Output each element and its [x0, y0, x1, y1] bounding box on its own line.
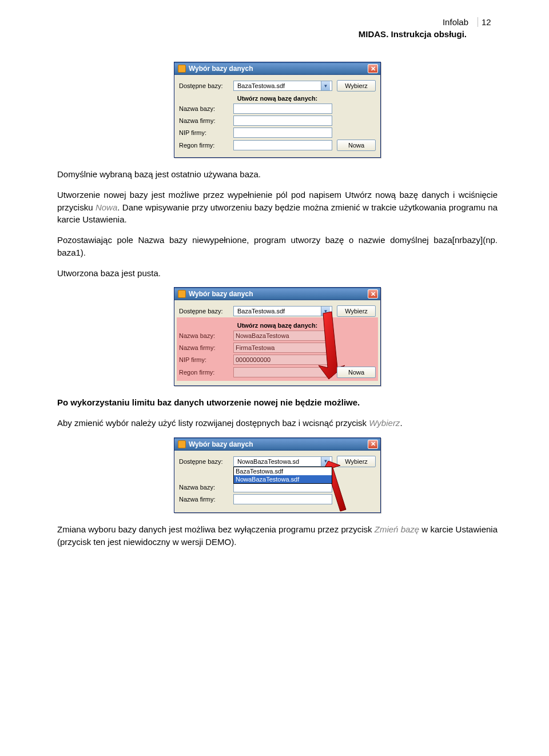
page-number: 12 — [482, 17, 498, 27]
wybierz-ref: Wybierz — [369, 418, 400, 428]
dropdown-item[interactable]: BazaTestowa.sdf — [234, 467, 332, 475]
company-name-label: Nazwa firmy: — [179, 344, 233, 351]
dialog-select-database-1: Wybór bazy danych ✕ Dostępne bazy: BazaT… — [174, 62, 381, 158]
new-button[interactable]: Nowa — [337, 367, 376, 378]
nip-input[interactable]: 0000000000 — [233, 355, 332, 365]
titlebar[interactable]: Wybór bazy danych ✕ — [174, 288, 380, 300]
zmien-baze-ref: Zmień bazę — [375, 524, 419, 534]
regon-label: Regon firmy: — [179, 369, 233, 376]
document-title: MIDAS. Instrukcja obsługi. — [57, 29, 498, 39]
close-icon[interactable]: ✕ — [368, 64, 378, 73]
chevron-down-icon[interactable]: ▼ — [321, 81, 330, 90]
combo-value: BazaTestowa.sdf — [236, 81, 321, 90]
titlebar[interactable]: Wybór bazy danych ✕ — [174, 438, 380, 451]
dialog-title: Wybór bazy danych — [189, 440, 368, 448]
header-company: Infolab — [57, 17, 474, 27]
db-name-label: Nazwa bazy: — [179, 332, 233, 339]
select-button[interactable]: Wybierz — [337, 305, 376, 317]
nip-input[interactable] — [233, 128, 332, 138]
close-icon[interactable]: ✕ — [368, 289, 378, 299]
available-databases-label: Dostępne bazy: — [179, 458, 233, 465]
nowa-ref: Nowa — [96, 202, 117, 212]
paragraph-change-db: Zmiana wyboru bazy danych jest możliwa b… — [57, 523, 498, 548]
close-icon[interactable]: ✕ — [368, 440, 378, 449]
chevron-down-icon[interactable]: ▼ — [321, 457, 330, 466]
new-button[interactable]: Nowa — [337, 140, 376, 151]
app-icon — [178, 65, 186, 73]
dialog-select-database-2: Wybór bazy danych ✕ Dostępne bazy: BazaT… — [174, 287, 381, 386]
paragraph-limit-warning: Po wykorzystaniu limitu baz danych utwor… — [57, 396, 498, 409]
paragraph-empty-db: Utworzona baza jest pusta. — [57, 267, 498, 280]
app-icon — [178, 440, 186, 448]
titlebar[interactable]: Wybór bazy danych ✕ — [174, 62, 380, 75]
company-name-input[interactable] — [233, 116, 332, 126]
paragraph-default-db: Domyślnie wybraną bazą jest ostatnio uży… — [57, 168, 498, 181]
available-databases-combo[interactable]: BazaTestowa.sdf ▼ — [233, 81, 332, 91]
create-section-header: Utwórz nową bazę danych: — [179, 322, 376, 329]
databases-dropdown-list[interactable]: BazaTestowa.sdf NowaBazaTestowa.sdf — [233, 467, 332, 484]
dialog-title: Wybór bazy danych — [189, 65, 368, 73]
available-databases-label: Dostępne bazy: — [179, 308, 233, 315]
paragraph-create-db: Utworzenie nowej bazy jest możliwe przez… — [57, 189, 498, 226]
create-section-header: Utwórz nową bazę danych: — [179, 95, 376, 102]
available-databases-combo[interactable]: BazaTestowa.sdf ▼ — [233, 306, 332, 316]
app-icon — [178, 290, 186, 298]
regon-input[interactable] — [233, 367, 332, 377]
db-name-input[interactable] — [233, 104, 332, 114]
available-databases-combo[interactable]: NowaBazaTestowa.sd ▼ — [233, 456, 332, 467]
dropdown-item-selected[interactable]: NowaBazaTestowa.sdf — [234, 475, 332, 483]
paragraph-default-name: Pozostawiając pole Nazwa bazy niewypełni… — [57, 234, 498, 259]
select-button[interactable]: Wybierz — [337, 456, 376, 467]
combo-value: NowaBazaTestowa.sd — [236, 457, 321, 466]
chevron-down-icon[interactable]: ▼ — [321, 307, 330, 316]
company-name-label: Nazwa firmy: — [179, 117, 233, 124]
company-name-input[interactable]: FirmaTestowa — [233, 343, 332, 353]
regon-label: Regon firmy: — [179, 142, 233, 149]
select-button[interactable]: Wybierz — [337, 80, 376, 91]
regon-input[interactable] — [233, 140, 332, 150]
nip-label: NIP firmy: — [179, 129, 233, 136]
combo-value: BazaTestowa.sdf — [236, 307, 321, 316]
nip-label: NIP firmy: — [179, 356, 233, 363]
dialog-select-database-3: Wybór bazy danych ✕ Dostępne bazy: NowaB… — [174, 437, 381, 513]
db-name-input[interactable]: NowaBazaTestowa — [233, 331, 332, 341]
company-name-input[interactable] — [233, 494, 332, 504]
available-databases-label: Dostępne bazy: — [179, 82, 233, 89]
paragraph-change-selection: Aby zmienić wybór należy użyć listy rozw… — [57, 417, 498, 429]
header-divider — [478, 17, 478, 27]
db-name-label: Nazwa bazy: — [179, 484, 233, 491]
company-name-label: Nazwa firmy: — [179, 496, 233, 503]
db-name-label: Nazwa bazy: — [179, 105, 233, 112]
dialog-title: Wybór bazy danych — [189, 290, 368, 298]
